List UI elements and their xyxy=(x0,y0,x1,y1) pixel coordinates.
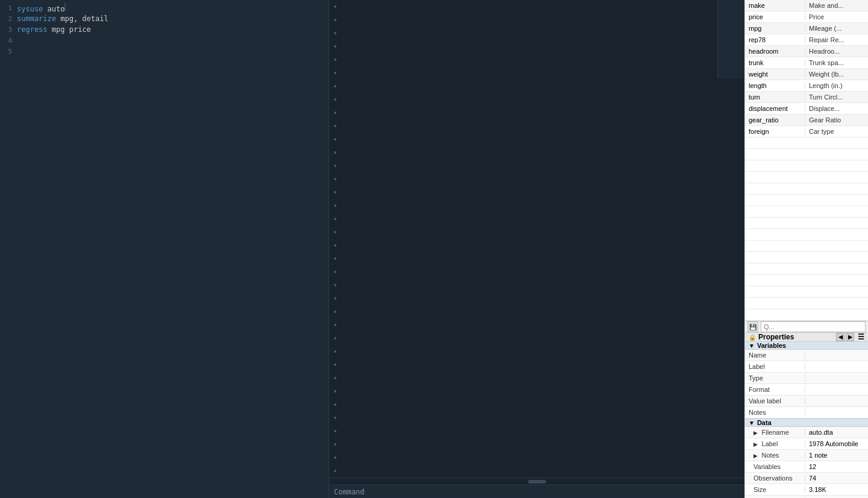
nav-prev-button[interactable]: ◀ xyxy=(836,333,844,341)
nav-next-button[interactable]: ▶ xyxy=(846,333,854,341)
variable-row[interactable]: lengthLength (in.) xyxy=(745,80,868,92)
line-content[interactable]: regress mpg price xyxy=(17,25,329,34)
variables-section-label: Variables xyxy=(757,342,786,349)
empty-row xyxy=(745,309,868,321)
variable-row[interactable]: headroomHeadroo... xyxy=(745,46,868,57)
property-name: Value label xyxy=(745,397,805,405)
property-row[interactable]: Value label xyxy=(745,396,868,407)
variable-name: length xyxy=(745,82,805,89)
empty-row xyxy=(745,172,868,183)
scrollbar-thumb xyxy=(528,480,546,484)
middle-panel: Command xyxy=(329,0,744,498)
data-property-name: Observations xyxy=(745,474,805,482)
data-property-name: ▶ Notes xyxy=(745,452,805,459)
line-content[interactable]: sysuse auto xyxy=(17,3,329,13)
output-dot xyxy=(334,32,336,34)
property-row[interactable]: Format xyxy=(745,384,868,396)
variable-row[interactable]: turnTurn Circl... xyxy=(745,92,868,103)
data-property-name: Size xyxy=(745,486,805,493)
output-dot xyxy=(334,125,336,127)
middle-scrollbar[interactable] xyxy=(329,478,744,485)
variable-name: make xyxy=(745,2,805,9)
variable-label: Gear Ratio xyxy=(805,116,868,124)
output-dot xyxy=(334,324,336,326)
variable-label: Price xyxy=(805,13,868,20)
property-row[interactable]: Name xyxy=(745,350,868,361)
data-section-label: Data xyxy=(757,419,772,426)
property-row[interactable]: Notes xyxy=(745,407,868,418)
code-line: 2summarize mpg, detail xyxy=(0,13,329,24)
variable-label: Weight (lb... xyxy=(805,71,868,78)
variable-label: Repair Re... xyxy=(805,36,868,43)
variable-name: displacement xyxy=(745,105,805,112)
property-name: Type xyxy=(745,374,805,382)
empty-row xyxy=(745,218,868,229)
data-property-row[interactable]: ▶ Label1978 Automobile xyxy=(745,438,868,450)
code-line: 4 xyxy=(0,35,329,46)
empty-row xyxy=(745,206,868,218)
variable-row[interactable]: foreignCar type xyxy=(745,126,868,137)
search-bar: 💾 xyxy=(745,321,868,333)
data-property-row[interactable]: Memory64M xyxy=(745,496,868,498)
variable-label: Turn Circl... xyxy=(805,93,868,101)
variable-label: Displace... xyxy=(805,105,868,112)
variable-label: Mileage (... xyxy=(805,25,868,32)
output-dot xyxy=(334,337,336,339)
output-dot xyxy=(334,271,336,273)
output-dot xyxy=(334,165,336,167)
output-dot xyxy=(334,151,336,154)
variable-row[interactable]: weightWeight (lb... xyxy=(745,69,868,80)
variable-row[interactable]: gear_ratioGear Ratio xyxy=(745,115,868,126)
variables-table: makeMake and...pricePricempgMileage (...… xyxy=(745,0,868,321)
right-panel: makeMake and...pricePricempgMileage (...… xyxy=(744,0,868,498)
search-input[interactable] xyxy=(761,321,866,332)
data-property-name: Variables xyxy=(745,463,805,470)
data-property-row[interactable]: Variables12 xyxy=(745,461,868,473)
variable-row[interactable]: displacementDisplace... xyxy=(745,103,868,115)
output-dot xyxy=(334,456,336,459)
output-dot xyxy=(334,417,336,419)
output-dot xyxy=(334,257,336,260)
properties-title: Properties xyxy=(758,333,794,341)
nav-arrows: ◀ ▶ xyxy=(836,333,854,341)
variable-row[interactable]: makeMake and... xyxy=(745,0,868,11)
data-property-value: 3.18K xyxy=(805,486,868,493)
output-dot xyxy=(334,98,336,101)
data-property-row[interactable]: ▶ Filenameauto.dta xyxy=(745,427,868,438)
property-row[interactable]: Label xyxy=(745,361,868,373)
triangle-right-icon: ▶ xyxy=(753,441,760,447)
output-dot xyxy=(334,45,336,48)
output-dot xyxy=(334,218,336,220)
variable-row[interactable]: mpgMileage (... xyxy=(745,23,868,34)
line-number: 1 xyxy=(0,4,17,12)
properties-header: 🔒 Properties ◀ ▶ ☰ xyxy=(745,333,868,342)
variables-subsection: ▼ Variables xyxy=(745,342,868,350)
data-property-row[interactable]: Observations74 xyxy=(745,473,868,484)
variable-row[interactable]: rep78Repair Re... xyxy=(745,34,868,46)
data-properties: ▶ Filenameauto.dta▶ Label1978 Automobile… xyxy=(745,427,868,498)
editor-lines[interactable]: 1sysuse auto2summarize mpg, detail3regre… xyxy=(0,0,329,498)
property-row[interactable]: Type xyxy=(745,373,868,384)
variable-name: foreign xyxy=(745,128,805,135)
variable-label: Make and... xyxy=(805,2,868,9)
empty-row xyxy=(745,263,868,275)
empty-row xyxy=(745,286,868,298)
empty-row xyxy=(745,149,868,160)
variable-name: price xyxy=(745,13,805,20)
variable-row[interactable]: pricePrice xyxy=(745,11,868,23)
output-dot xyxy=(334,443,336,446)
property-name: Label xyxy=(745,363,805,370)
data-section: ▼ Data xyxy=(745,418,868,427)
output-dot xyxy=(334,112,336,114)
search-icon[interactable]: 💾 xyxy=(747,321,758,332)
variable-row[interactable]: trunkTrunk spa... xyxy=(745,57,868,69)
empty-row xyxy=(745,183,868,195)
cursor xyxy=(64,3,66,11)
menu-icon[interactable]: ☰ xyxy=(858,333,864,341)
data-property-row[interactable]: ▶ Notes1 note xyxy=(745,450,868,461)
line-number: 4 xyxy=(0,37,17,45)
line-content[interactable]: summarize mpg, detail xyxy=(17,14,329,23)
data-property-row[interactable]: Size3.18K xyxy=(745,484,868,496)
variable-name: weight xyxy=(745,71,805,78)
output-dot xyxy=(334,178,336,180)
